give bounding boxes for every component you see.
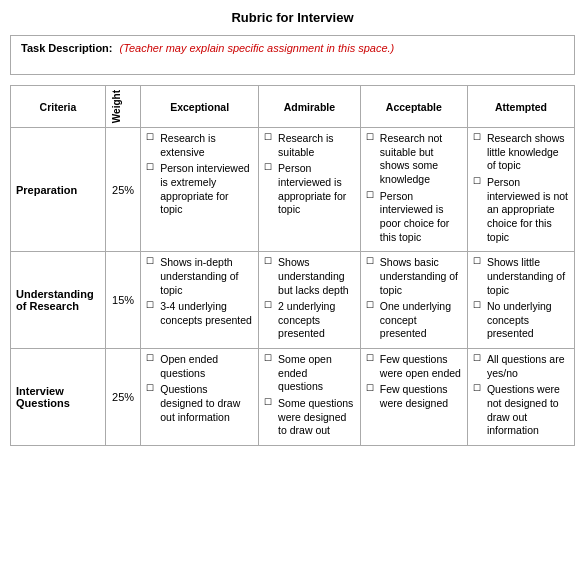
list-item: Person interviewed is extremely appropri… — [146, 162, 253, 217]
list-item: No underlying concepts presented — [473, 300, 569, 341]
header-acceptable: Acceptable — [360, 86, 467, 128]
header-weight: Weight — [105, 86, 140, 128]
admirable-cell: Research is suitablePerson interviewed i… — [259, 128, 361, 252]
exceptional-cell: Research is extensivePerson interviewed … — [141, 128, 259, 252]
list-item: All questions are yes/no — [473, 353, 569, 380]
exceptional-cell: Shows in-depth understanding of topic3-4… — [141, 252, 259, 349]
page-title: Rubric for Interview — [10, 10, 575, 25]
weight-cell: 25% — [105, 128, 140, 252]
list-item: Few questions were designed — [366, 383, 462, 410]
list-item: Few questions were open ended — [366, 353, 462, 380]
task-value: (Teacher may explain specific assignment… — [120, 42, 395, 54]
acceptable-cell: Research not suitable but shows some kno… — [360, 128, 467, 252]
list-item: Research is extensive — [146, 132, 253, 159]
list-item: Research is suitable — [264, 132, 355, 159]
list-item: Shows in-depth understanding of topic — [146, 256, 253, 297]
admirable-cell: Some open ended questionsSome questions … — [259, 349, 361, 446]
list-item: Research not suitable but shows some kno… — [366, 132, 462, 187]
list-item: Person interviewed is not an appropriate… — [473, 176, 569, 244]
list-item: Shows understanding but lacks depth — [264, 256, 355, 297]
task-label: Task Description: — [21, 42, 113, 54]
list-item: 2 underlying concepts presented — [264, 300, 355, 341]
table-header-row: Criteria Weight Exceptional Admirable Ac… — [11, 86, 575, 128]
weight-cell: 15% — [105, 252, 140, 349]
attempted-cell: All questions are yes/noQuestions were n… — [467, 349, 574, 446]
list-item: 3-4 underlying concepts presented — [146, 300, 253, 327]
header-attempted: Attempted — [467, 86, 574, 128]
criteria-cell: Interview Questions — [11, 349, 106, 446]
list-item: Questions were not designed to draw out … — [473, 383, 569, 438]
attempted-cell: Shows little understanding of topicNo un… — [467, 252, 574, 349]
criteria-cell: Preparation — [11, 128, 106, 252]
acceptable-cell: Few questions were open endedFew questio… — [360, 349, 467, 446]
attempted-cell: Research shows little knowledge of topic… — [467, 128, 574, 252]
task-description: Task Description: (Teacher may explain s… — [10, 35, 575, 75]
list-item: Shows basic understanding of topic — [366, 256, 462, 297]
criteria-cell: Understanding of Research — [11, 252, 106, 349]
header-criteria: Criteria — [11, 86, 106, 128]
list-item: Person interviewed is poor choice for th… — [366, 190, 462, 245]
table-row: Interview Questions25%Open ended questio… — [11, 349, 575, 446]
admirable-cell: Shows understanding but lacks depth2 und… — [259, 252, 361, 349]
header-admirable: Admirable — [259, 86, 361, 128]
list-item: Questions designed to draw out informati… — [146, 383, 253, 424]
list-item: Research shows little knowledge of topic — [473, 132, 569, 173]
table-row: Understanding of Research15%Shows in-dep… — [11, 252, 575, 349]
list-item: One underlying concept presented — [366, 300, 462, 341]
list-item: Open ended questions — [146, 353, 253, 380]
list-item: Some open ended questions — [264, 353, 355, 394]
table-row: Preparation25%Research is extensivePerso… — [11, 128, 575, 252]
weight-cell: 25% — [105, 349, 140, 446]
rubric-table: Criteria Weight Exceptional Admirable Ac… — [10, 85, 575, 446]
list-item: Person interviewed is appropriate for to… — [264, 162, 355, 217]
acceptable-cell: Shows basic understanding of topicOne un… — [360, 252, 467, 349]
list-item: Some questions were designed to draw out — [264, 397, 355, 438]
exceptional-cell: Open ended questionsQuestions designed t… — [141, 349, 259, 446]
list-item: Shows little understanding of topic — [473, 256, 569, 297]
header-exceptional: Exceptional — [141, 86, 259, 128]
